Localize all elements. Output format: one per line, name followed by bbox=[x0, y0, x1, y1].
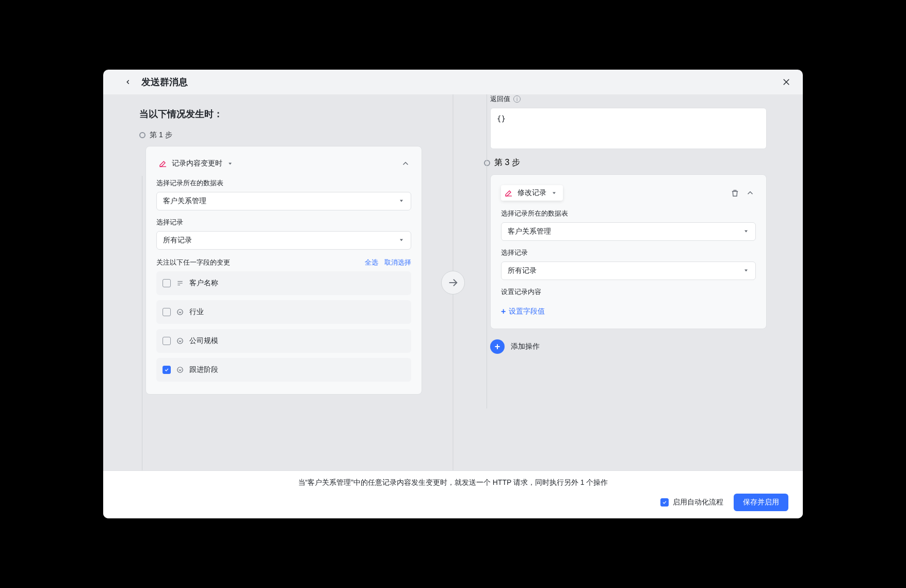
svg-marker-4 bbox=[400, 200, 403, 202]
trigger-panel: 当以下情况发生时： 第 1 步 记录内容变更时 bbox=[103, 94, 453, 470]
collapse-button[interactable] bbox=[400, 158, 411, 169]
step-3-text: 第 3 步 bbox=[494, 157, 520, 168]
select-field-icon bbox=[176, 308, 184, 316]
select-field-icon bbox=[176, 337, 184, 345]
table-select[interactable]: 客户关系管理 bbox=[156, 192, 411, 210]
action-table-label: 选择记录所在的数据表 bbox=[501, 209, 756, 218]
delete-button[interactable] bbox=[729, 187, 740, 199]
trigger-type-selector[interactable]: 记录内容变更时 bbox=[156, 157, 238, 170]
svg-point-8 bbox=[177, 367, 183, 373]
field-checkbox-item[interactable]: 跟进阶段 bbox=[156, 358, 411, 382]
record-select-value: 所有记录 bbox=[163, 236, 192, 245]
checkbox-icon bbox=[163, 279, 171, 287]
chevron-down-icon bbox=[398, 236, 405, 244]
watch-fields-label: 关注以下任一字段的变更 bbox=[156, 258, 230, 267]
step-connector-line bbox=[487, 94, 487, 409]
caret-down-icon bbox=[551, 189, 558, 197]
return-label-text: 返回值 bbox=[490, 94, 510, 104]
svg-point-6 bbox=[177, 309, 183, 315]
svg-point-7 bbox=[177, 338, 183, 344]
select-field-icon bbox=[176, 366, 184, 374]
caret-down-icon bbox=[226, 160, 234, 167]
watch-fields-header: 关注以下任一字段的变更 全选 取消选择 bbox=[156, 258, 411, 267]
workflow-summary: 当“客户关系管理”中的任意记录内容发生变更时，就发送一个 HTTP 请求，同时执… bbox=[118, 478, 788, 487]
footer-controls: 启用自动化流程 保存并启用 bbox=[118, 494, 788, 511]
action-card: 修改记录 选择记录所在的数据表 bbox=[490, 174, 767, 329]
trigger-type-label: 记录内容变更时 bbox=[172, 159, 222, 168]
chevron-down-icon bbox=[743, 227, 749, 236]
add-action-label: 添加操作 bbox=[511, 342, 540, 351]
step-node-icon bbox=[484, 160, 490, 166]
info-icon[interactable]: i bbox=[513, 95, 521, 103]
return-value-header: 返回值 i bbox=[490, 94, 767, 104]
add-field-label: 设置字段值 bbox=[509, 307, 545, 316]
select-all-button[interactable]: 全选 bbox=[365, 258, 378, 267]
svg-marker-9 bbox=[553, 192, 556, 194]
svg-marker-11 bbox=[745, 270, 748, 272]
chevron-down-icon bbox=[743, 267, 749, 275]
chevron-down-icon bbox=[398, 197, 405, 205]
field-checkbox-item[interactable]: 行业 bbox=[156, 300, 411, 324]
text-field-icon bbox=[176, 279, 184, 287]
enable-workflow-toggle[interactable]: 启用自动化流程 bbox=[660, 498, 723, 507]
step-connector-line bbox=[142, 176, 142, 470]
field-name: 客户名称 bbox=[189, 279, 218, 288]
edit-icon bbox=[504, 188, 513, 198]
return-value-block: 返回值 i {} bbox=[490, 94, 767, 149]
action-type-label: 修改记录 bbox=[517, 188, 546, 198]
add-action-button[interactable]: + bbox=[490, 339, 505, 354]
workflow-content: 当以下情况发生时： 第 1 步 记录内容变更时 bbox=[103, 94, 803, 470]
collapse-button[interactable] bbox=[745, 187, 756, 199]
deselect-all-button[interactable]: 取消选择 bbox=[384, 258, 411, 267]
checkbox-checked-icon bbox=[163, 366, 171, 374]
add-field-value-button[interactable]: + 设置字段值 bbox=[501, 307, 545, 316]
return-value-box[interactable]: {} bbox=[490, 108, 767, 149]
checkbox-checked-icon bbox=[660, 498, 669, 507]
field-checklist: 客户名称 行业 公司规模 跟进阶段 bbox=[156, 271, 411, 382]
dialog-header: 发送群消息 bbox=[103, 70, 803, 94]
field-name: 公司规模 bbox=[189, 336, 218, 346]
trigger-card: 记录内容变更时 选择记录所在的数据表 客户关系管理 bbox=[145, 146, 422, 395]
svg-marker-3 bbox=[229, 163, 232, 165]
step-node-icon bbox=[139, 132, 145, 138]
checkbox-icon bbox=[163, 308, 171, 316]
close-button[interactable] bbox=[780, 76, 792, 88]
step-1-text: 第 1 步 bbox=[150, 130, 172, 140]
table-select-label: 选择记录所在的数据表 bbox=[156, 178, 411, 188]
svg-marker-10 bbox=[745, 231, 748, 233]
action-type-selector[interactable]: 修改记录 bbox=[501, 185, 563, 201]
action-card-header: 修改记录 bbox=[501, 185, 756, 201]
action-panel: 返回值 i {} 第 3 步 修改记录 bbox=[453, 94, 803, 470]
trigger-heading: 当以下情况发生时： bbox=[139, 108, 422, 120]
step-3-label: 第 3 步 bbox=[484, 157, 767, 168]
dialog-footer: 当“客户关系管理”中的任意记录内容发生变更时，就发送一个 HTTP 请求，同时执… bbox=[103, 470, 803, 518]
record-select[interactable]: 所有记录 bbox=[156, 231, 411, 250]
field-checkbox-item[interactable]: 客户名称 bbox=[156, 271, 411, 295]
add-action-row: + 添加操作 bbox=[490, 339, 767, 354]
set-content-label: 设置记录内容 bbox=[501, 287, 756, 297]
step-1-label: 第 1 步 bbox=[139, 130, 422, 140]
action-table-select[interactable]: 客户关系管理 bbox=[501, 222, 756, 241]
dialog-title: 发送群消息 bbox=[141, 76, 188, 88]
back-button[interactable] bbox=[123, 77, 133, 87]
action-record-label: 选择记录 bbox=[501, 248, 756, 257]
enable-label: 启用自动化流程 bbox=[673, 498, 723, 507]
action-table-value: 客户关系管理 bbox=[508, 227, 551, 236]
save-and-enable-button[interactable]: 保存并启用 bbox=[734, 494, 788, 511]
trigger-card-header: 记录内容变更时 bbox=[156, 157, 411, 170]
field-name: 行业 bbox=[189, 307, 204, 317]
action-record-value: 所有记录 bbox=[508, 266, 537, 275]
table-select-value: 客户关系管理 bbox=[163, 197, 206, 206]
edit-icon bbox=[158, 159, 168, 168]
svg-marker-5 bbox=[400, 239, 403, 241]
workflow-dialog: 发送群消息 当以下情况发生时： 第 1 步 bbox=[103, 70, 803, 518]
field-name: 跟进阶段 bbox=[189, 365, 218, 374]
checkbox-icon bbox=[163, 337, 171, 345]
action-record-select[interactable]: 所有记录 bbox=[501, 262, 756, 280]
field-checkbox-item[interactable]: 公司规模 bbox=[156, 329, 411, 353]
plus-icon: + bbox=[501, 307, 506, 316]
record-select-label: 选择记录 bbox=[156, 218, 411, 227]
